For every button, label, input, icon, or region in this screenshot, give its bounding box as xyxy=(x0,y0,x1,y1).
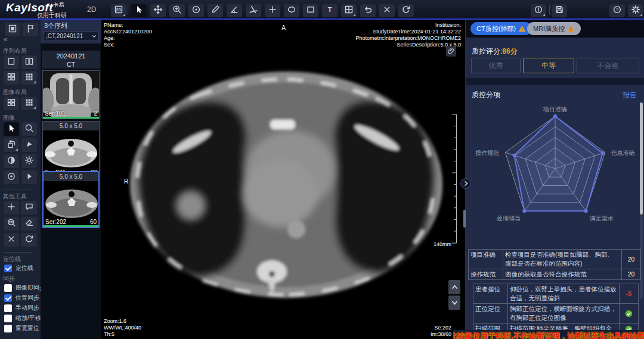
layout-1x2-button[interactable] xyxy=(21,55,37,69)
zoom-in-icon xyxy=(172,5,182,17)
attachment-button[interactable] xyxy=(446,46,456,57)
table-row: 正位定位 胸部正位定位，横断面螺旋方式扫描，有胸部正位定位图像 xyxy=(473,304,639,324)
thumbnail-progress-bar xyxy=(44,225,98,227)
wl-probe-tool-button[interactable] xyxy=(188,4,204,17)
position-sync-checkbox[interactable] xyxy=(4,294,12,302)
divider-drag-handle[interactable] xyxy=(463,210,466,228)
pointer-tool-button[interactable] xyxy=(131,4,147,17)
image-target-button[interactable] xyxy=(4,170,19,184)
grade-fail-button[interactable]: 不合格 xyxy=(577,58,639,73)
cobb-angle-tool-button[interactable] xyxy=(246,4,261,17)
disclaimer-text: 此结果仅用于科研,不作诊断证明，诊断以医生出具的诊断 xyxy=(453,331,644,339)
series-thumbnail-201[interactable]: 5.0 x 5.0 Ser:20160 xyxy=(42,121,100,178)
reset-icon xyxy=(24,234,34,246)
series-panel-toggle-button[interactable] xyxy=(5,23,20,36)
row-description: 仰卧位，双臂上举抱头，患者体位摆放合适，无明显偏斜 xyxy=(508,284,620,304)
image-cine-forward-button[interactable] xyxy=(21,138,37,152)
add-tool-button[interactable] xyxy=(4,201,19,214)
checkbox-row-position-sync[interactable]: 位置同步 xyxy=(4,294,39,302)
checkbox-row-image-id-sync[interactable]: 图像ID同步 xyxy=(4,284,45,292)
roi-magnifier-button[interactable] xyxy=(4,217,19,231)
close-x-icon xyxy=(7,234,16,246)
image-id-sync-checkbox[interactable] xyxy=(4,284,12,292)
section-label-series-layout: 序列布局 xyxy=(3,47,27,55)
image-viewport[interactable]: PName: AccNO:2401210200 Age: Sex: Instit… xyxy=(101,20,466,339)
layout-1x1-button[interactable] xyxy=(4,55,19,69)
rect-roi-tool-button[interactable] xyxy=(303,4,318,17)
collapse-panel-button[interactable]: « xyxy=(4,35,8,43)
check-circle-icon xyxy=(625,310,633,318)
ellipse-roi-tool-button[interactable] xyxy=(284,4,299,17)
thumbnail-header: 5.0 x 5.0 xyxy=(43,122,99,130)
image-rotate-button[interactable] xyxy=(4,138,19,152)
thumbnail-progress-bar xyxy=(43,117,99,119)
pacs-viewer-window: Kayisoft卡易 仅用于科研 2D 2D T ? « 序列布局 xyxy=(0,0,644,339)
magnifier-icon xyxy=(24,123,34,135)
scrollbar-thumb[interactable] xyxy=(640,102,643,214)
layout-3x3-button[interactable] xyxy=(21,71,37,85)
image-brightness-button[interactable] xyxy=(21,154,37,168)
length-tool-button[interactable] xyxy=(208,4,223,17)
series-group-modality: CT xyxy=(67,61,76,68)
series-dropdown-value: ,CT,20240121 xyxy=(46,33,83,39)
window-sync-checkbox[interactable] xyxy=(4,325,12,332)
image-invert-button[interactable] xyxy=(4,154,19,168)
grid-layout-tool-button[interactable] xyxy=(341,4,357,17)
expand-panel-button[interactable] xyxy=(460,178,471,189)
clear-annotations-button[interactable] xyxy=(379,4,395,17)
scout-line-checkbox[interactable] xyxy=(4,265,12,272)
checkbox-row-zoom-pan-sync[interactable]: 缩放/平移 xyxy=(4,314,41,322)
delete-tool-button[interactable] xyxy=(4,233,19,247)
thumbnail-caption: Ser:20260 xyxy=(44,219,98,225)
info-button[interactable] xyxy=(531,4,546,17)
tab-ct-qc[interactable]: CT质控(肺部) xyxy=(470,22,532,35)
2d-mode-button[interactable]: 2D xyxy=(111,4,126,17)
reset-tool-button[interactable] xyxy=(21,233,37,247)
save-button[interactable] xyxy=(552,4,567,17)
thumbnail-image-axial xyxy=(43,130,99,168)
text-icon: T xyxy=(325,5,335,17)
checkbox-row-manual-sync[interactable]: 手动同步 xyxy=(4,304,39,312)
settings-button[interactable] xyxy=(628,4,643,17)
image-pointer-button[interactable] xyxy=(4,122,19,136)
image-layout-3x3-button[interactable] xyxy=(21,97,37,110)
pan-tool-button[interactable] xyxy=(150,4,166,17)
checkbox-label: 缩放/平移 xyxy=(16,314,41,322)
tab-mri-qc[interactable]: MRI脑质控 xyxy=(527,22,581,35)
previous-slice-button[interactable] xyxy=(448,280,460,294)
export-flag-button[interactable] xyxy=(23,23,38,36)
cine-arrow-icon xyxy=(24,139,34,151)
angle-tool-button[interactable] xyxy=(227,4,242,17)
checkbox-row-scout-line[interactable]: 定位线 xyxy=(4,264,33,272)
next-slice-button[interactable] xyxy=(448,296,460,310)
table-row: 患者摆位 仰卧位，双臂上举抱头，患者体位摆放合适，无明显偏斜 -5 xyxy=(473,284,639,304)
report-link[interactable]: 报告 xyxy=(623,90,637,100)
series-group-header[interactable]: 20240121CT xyxy=(42,51,100,69)
target-icon xyxy=(7,172,16,184)
layout-2x2-icon xyxy=(7,98,16,110)
qc-tab-bar: CT质控(肺部) MRI脑质控 xyxy=(466,20,644,38)
table-row: 操作规范 图像的获取是否符合操作规范 20 xyxy=(469,269,641,280)
text-annotation-tool-button[interactable]: T xyxy=(322,4,338,17)
image-magnify-button[interactable] xyxy=(21,122,37,136)
series-thumbnail-101[interactable]: Ser:1012 xyxy=(42,70,100,119)
series-thumbnail-202-selected[interactable]: 5.0 x 5.0 Ser:20260 xyxy=(42,171,100,228)
reset-view-button[interactable] xyxy=(398,4,414,17)
undo-button[interactable] xyxy=(360,4,376,17)
zoom-in-tool-button[interactable] xyxy=(169,4,185,17)
image-play-button[interactable] xyxy=(21,170,37,184)
comment-tool-button[interactable] xyxy=(21,201,37,214)
grade-excellent-button[interactable]: 优秀 xyxy=(471,58,521,73)
reset-icon xyxy=(401,5,411,17)
zoom-pan-sync-checkbox[interactable] xyxy=(4,315,12,322)
layout-2x2-button[interactable] xyxy=(4,71,19,85)
checkbox-row-window-sync[interactable]: 窗宽窗位 xyxy=(4,324,39,332)
crosshair-tool-button[interactable] xyxy=(265,4,280,17)
grade-medium-button[interactable]: 中等 xyxy=(523,58,574,73)
pointer-icon xyxy=(7,123,16,135)
series-dropdown[interactable]: ,CT,20240121 xyxy=(43,31,99,41)
image-layout-2x2-button[interactable] xyxy=(4,97,19,110)
manual-sync-checkbox[interactable] xyxy=(4,304,12,312)
eraser-button[interactable] xyxy=(21,217,37,231)
help-button[interactable]: ? xyxy=(609,4,625,17)
